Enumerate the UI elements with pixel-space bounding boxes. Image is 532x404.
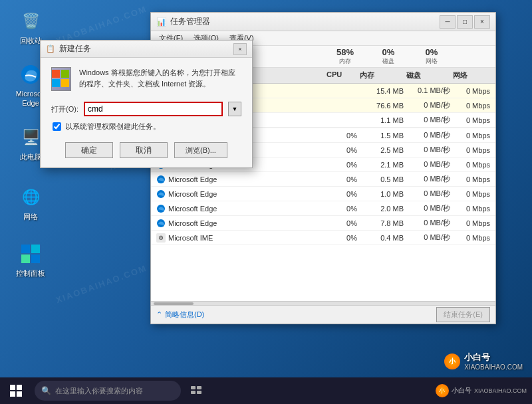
tm-window-controls: ─ □ × — [440, 15, 490, 29]
ntd-open-input[interactable] — [84, 102, 223, 116]
taskbar-brand-label: 小白号 — [452, 386, 471, 395]
taskbar-search-icon: 🔍 — [41, 386, 51, 395]
table-row: Microsoft Edge 0% 0.5 MB 0 MB/秒 0 Mbps — [151, 172, 495, 187]
table-row: Microsoft Edge 0% 2.0 MB 0 MB/秒 0 Mbps — [151, 201, 495, 216]
watermark-5: XIAOBAIHAO.COM — [55, 263, 148, 306]
svg-rect-12 — [52, 79, 60, 87]
recycle-bin-icon: 🗑️ — [19, 9, 43, 33]
svg-rect-1 — [21, 245, 30, 253]
taskbar: 🔍 在这里输入你要搜索的内容 小 小白号 XIAOBAIHAO.COM — [0, 377, 532, 404]
new-task-titlebar: 📋 新建任务 × — [41, 41, 252, 58]
brand-signal-icon: 小 — [444, 354, 460, 369]
perf-mem: 58% 内存 — [325, 47, 365, 66]
brand-name: 小白号 XIAOBAIHAO.COM — [464, 352, 523, 371]
brand-logo-icon: 小 — [436, 384, 449, 397]
new-task-dialog: 📋 新建任务 × Windows 将根据您所键入的名称，为您打开相应的程序、文件… — [40, 40, 253, 168]
svg-rect-17 — [197, 391, 201, 394]
perf-net: 0% 网络 — [412, 47, 452, 66]
ntd-button-row: 确定 取消 浏览(B)... — [51, 142, 241, 158]
ntd-windows-icon — [51, 67, 71, 91]
edge-icon — [19, 62, 43, 86]
svg-rect-10 — [52, 70, 60, 78]
new-task-close-button[interactable]: × — [233, 43, 247, 55]
col-net[interactable]: 网络 — [452, 70, 491, 81]
svg-rect-2 — [31, 245, 40, 253]
table-row: ⚙ Microsoft IME 0% 0.4 MB 0 MB/秒 0 Mbps — [151, 231, 495, 245]
ntd-dropdown-button[interactable]: ▼ — [228, 102, 241, 116]
col-disk[interactable]: 磁盘 — [405, 70, 452, 81]
control-panel-icon — [19, 242, 43, 266]
svg-rect-13 — [61, 79, 69, 87]
col-mem[interactable]: 内存 — [358, 70, 405, 81]
new-task-title: 新建任务 — [59, 43, 233, 54]
col-cpu[interactable]: CPU — [325, 70, 358, 81]
taskbar-brand-site: XIAOBAIHAO.COM — [474, 387, 527, 394]
new-task-icon: 📋 — [46, 45, 55, 53]
svg-rect-11 — [61, 70, 69, 78]
ntd-admin-checkbox[interactable] — [53, 122, 61, 131]
perf-extra — [452, 47, 491, 66]
svg-rect-4 — [31, 254, 40, 263]
this-pc-label: 此电脑 — [20, 152, 42, 161]
taskbar-search-box[interactable]: 🔍 在这里输入你要搜索的内容 — [35, 381, 181, 401]
network-icon: 🌐 — [19, 185, 43, 209]
new-task-body: Windows 将根据您所键入的名称，为您打开相应的程序、文件夹、文档或 Int… — [41, 58, 252, 167]
tm-maximize-button[interactable]: □ — [457, 15, 473, 29]
taskbar-search-placeholder: 在这里输入你要搜索的内容 — [55, 386, 143, 396]
perf-disk: 0% 磁盘 — [365, 47, 412, 66]
taskbar-brand: 小 小白号 XIAOBAIHAO.COM — [436, 384, 527, 397]
windows-logo-icon — [10, 385, 22, 397]
start-button[interactable] — [0, 377, 32, 404]
task-manager-title: 任务管理器 — [170, 16, 440, 27]
ntd-checkbox-label: 以系统管理权限创建此任务。 — [65, 122, 160, 132]
desktop-icon-network[interactable]: 🌐 网络 — [9, 183, 52, 224]
control-panel-label: 控制面板 — [16, 268, 45, 278]
table-row: Microsoft Edge 0% 7.8 MB 0 MB/秒 0 Mbps — [151, 216, 495, 231]
table-row: Microsoft Edge 0% 1.0 MB 0 MB/秒 0 Mbps — [151, 187, 495, 201]
desktop: XIAOBAIHAO.COM XIAOBAIHAO.COM XIAOBAIHAO… — [0, 0, 532, 404]
ntd-icon-row: Windows 将根据您所键入的名称，为您打开相应的程序、文件夹、文档或 Int… — [51, 67, 241, 91]
task-manager-statusbar: ⌃ 简略信息(D) 结束任务(E) — [151, 305, 495, 324]
ntd-open-label: 打开(O): — [51, 104, 78, 114]
tm-minimize-button[interactable]: ─ — [440, 15, 456, 29]
taskbar-right-area: 小 小白号 XIAOBAIHAO.COM — [436, 384, 532, 397]
task-view-button[interactable] — [184, 377, 210, 404]
summary-chevron-icon: ⌃ — [156, 310, 162, 319]
summary-info-button[interactable]: ⌃ 简略信息(D) — [156, 310, 204, 320]
tm-window-icon: 📊 — [156, 17, 166, 27]
task-manager-titlebar: 📊 任务管理器 ─ □ × — [151, 13, 495, 31]
ntd-input-row: 打开(O): ▼ — [51, 102, 241, 116]
this-pc-icon: 🖥️ — [19, 126, 43, 150]
ntd-cancel-button[interactable]: 取消 — [120, 142, 168, 158]
svg-rect-14 — [191, 386, 196, 389]
brand-area: 小 小白号 XIAOBAIHAO.COM — [444, 352, 523, 371]
ntd-browse-button[interactable]: 浏览(B)... — [174, 142, 227, 158]
svg-rect-15 — [197, 386, 201, 389]
end-task-button[interactable]: 结束任务(E) — [436, 307, 490, 322]
desktop-icon-control-panel[interactable]: 控制面板 — [9, 239, 52, 280]
svg-rect-16 — [191, 391, 196, 394]
ntd-ok-button[interactable]: 确定 — [65, 142, 113, 158]
recycle-bin-label: 回收站 — [20, 36, 42, 45]
svg-rect-3 — [21, 254, 30, 263]
ntd-description: Windows 将根据您所键入的名称，为您打开相应的程序、文件夹、文档或 Int… — [79, 67, 241, 89]
ntd-checkbox-row: 以系统管理权限创建此任务。 — [51, 122, 241, 132]
network-label: 网络 — [23, 212, 38, 221]
tm-close-button[interactable]: × — [474, 15, 490, 29]
